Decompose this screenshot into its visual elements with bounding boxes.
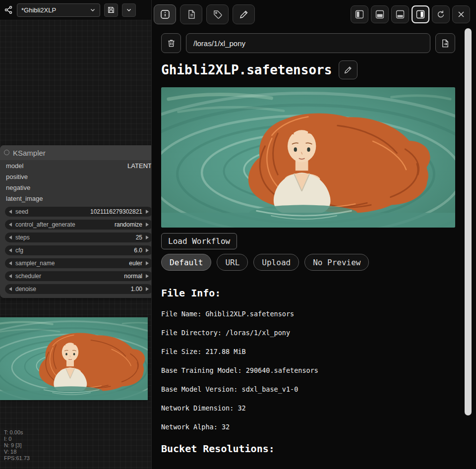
increment-arrow-icon[interactable] xyxy=(146,261,149,265)
comfyui-topbar: *Ghibli2XLP xyxy=(0,0,151,20)
pencil-icon xyxy=(344,65,353,74)
widget-seed[interactable]: seed 1021116279302821 xyxy=(5,207,151,217)
share-icon[interactable] xyxy=(4,5,13,14)
stat-line: N: 9 [3] xyxy=(4,442,30,449)
chevron-down-icon xyxy=(90,7,96,13)
bucket-resolutions-heading: Bucket Resolutions: xyxy=(161,443,455,455)
widget-label: steps xyxy=(15,234,30,241)
file-export-icon xyxy=(441,39,450,48)
tab-info[interactable] xyxy=(154,4,176,24)
refresh-button[interactable] xyxy=(432,5,450,23)
move-model-button[interactable] xyxy=(435,33,455,53)
increment-arrow-icon[interactable] xyxy=(146,248,149,252)
decrement-arrow-icon[interactable] xyxy=(9,210,12,214)
ksampler-node[interactable]: KSampler model LATENT positive negative … xyxy=(0,145,151,298)
scrollbar-track[interactable] xyxy=(461,25,476,469)
preview-source-default-button[interactable]: Default xyxy=(161,254,211,271)
chevron-down-icon xyxy=(126,7,132,13)
model-preview-image xyxy=(161,87,455,228)
scrollbar-thumb[interactable] xyxy=(465,28,472,415)
widget-value: 1021116279302821 xyxy=(90,208,142,215)
preview-source-url-button[interactable]: URL xyxy=(217,254,248,271)
pencil-icon xyxy=(239,9,249,19)
file-info-line: Base Model Version: sdxl_base_v1-0 xyxy=(161,385,455,393)
preview-source-row: Default URL Upload No Preview xyxy=(161,254,455,271)
load-workflow-button[interactable]: Load Workflow xyxy=(161,233,237,249)
widget-value: euler xyxy=(129,260,142,267)
close-button[interactable] xyxy=(452,5,470,23)
increment-arrow-icon[interactable] xyxy=(146,287,149,291)
widget-value: 1.00 xyxy=(131,286,142,293)
node-title-bar[interactable]: KSampler xyxy=(0,145,151,160)
layout-bottom-button[interactable] xyxy=(371,5,389,23)
close-icon xyxy=(457,10,466,19)
preview-image-node[interactable] xyxy=(0,317,148,400)
dock-bottom-icon xyxy=(375,10,384,19)
model-path-row xyxy=(161,33,455,53)
tab-tags[interactable] xyxy=(206,4,229,24)
tab-edit[interactable] xyxy=(233,4,255,24)
save-icon xyxy=(107,6,115,14)
info-icon xyxy=(160,9,170,19)
widget-sampler-name[interactable]: sampler_name euler xyxy=(5,258,151,268)
layout-left-button[interactable] xyxy=(351,5,368,23)
save-workflow-button[interactable] xyxy=(104,3,118,17)
layout-bottom-small-button[interactable] xyxy=(391,5,409,23)
widget-label: control_after_generate xyxy=(15,221,75,228)
dock-left-icon xyxy=(355,10,364,19)
file-info-line: File Name: Ghibli2XLP.safetensors xyxy=(161,310,455,318)
widget-label: scheduler xyxy=(15,273,41,280)
widget-label: sampler_name xyxy=(15,260,55,267)
widget-value: 6.0 xyxy=(134,247,142,254)
preview-source-no-preview-button[interactable]: No Preview xyxy=(304,254,369,271)
model-title-row: Ghibli2XLP.safetensors xyxy=(161,60,455,79)
increment-arrow-icon[interactable] xyxy=(146,235,149,239)
preview-source-upload-button[interactable]: Upload xyxy=(253,254,299,271)
canvas-stats: T: 0.00s I: 0 N: 9 [3] V: 18 FPS:61.73 xyxy=(4,429,30,462)
dock-right-icon xyxy=(416,10,425,19)
widget-label: seed xyxy=(15,208,28,215)
widget-value: 25 xyxy=(136,234,142,241)
decrement-arrow-icon[interactable] xyxy=(9,287,12,291)
workflow-select[interactable]: *Ghibli2XLP xyxy=(17,3,100,17)
increment-arrow-icon[interactable] xyxy=(146,223,149,227)
widget-scheduler[interactable]: scheduler normal xyxy=(5,271,151,281)
decrement-arrow-icon[interactable] xyxy=(9,223,12,227)
node-preview-image xyxy=(0,317,148,400)
file-info-heading: File Info: xyxy=(161,287,455,299)
decrement-arrow-icon[interactable] xyxy=(9,274,12,278)
file-info-line: File Size: 217.88 MiB xyxy=(161,348,455,355)
model-path-input[interactable] xyxy=(186,33,430,53)
widget-steps[interactable]: steps 25 xyxy=(5,233,151,242)
decrement-arrow-icon[interactable] xyxy=(9,248,12,252)
panel-toolbar xyxy=(152,0,476,25)
file-info-line: Network Alpha: 32 xyxy=(161,423,455,431)
node-title: KSampler xyxy=(13,149,46,157)
rename-model-button[interactable] xyxy=(339,60,357,79)
workflow-name: *Ghibli2XLP xyxy=(21,6,56,14)
trash-icon xyxy=(167,39,176,48)
increment-arrow-icon[interactable] xyxy=(146,274,149,278)
delete-model-button[interactable] xyxy=(161,33,181,53)
widget-control-after-generate[interactable]: control_after_generate randomize xyxy=(5,220,151,230)
node-widgets: seed 1021116279302821 control_after_gene… xyxy=(0,204,151,298)
tab-notes[interactable] xyxy=(180,4,202,24)
collapse-dot-icon[interactable] xyxy=(4,150,9,155)
widget-cfg[interactable]: cfg 6.0 xyxy=(5,245,151,255)
node-input-row: positive xyxy=(0,171,151,182)
node-input-row: model LATENT xyxy=(0,160,151,171)
increment-arrow-icon[interactable] xyxy=(146,210,149,214)
dock-bottom-bar-icon xyxy=(396,10,405,19)
decrement-arrow-icon[interactable] xyxy=(9,235,12,239)
decrement-arrow-icon[interactable] xyxy=(9,261,12,265)
model-preview xyxy=(161,87,455,228)
layout-right-button[interactable] xyxy=(412,5,429,23)
document-icon xyxy=(186,9,196,19)
stat-line: V: 18 xyxy=(4,449,30,455)
widget-denoise[interactable]: denoise 1.00 xyxy=(5,284,151,294)
stat-line: FPS:61.73 xyxy=(4,455,30,462)
panel-content: Ghibli2XLP.safetensors Load Workflow Def… xyxy=(152,33,476,455)
widget-value: normal xyxy=(124,273,142,280)
input-label-positive: positive xyxy=(6,173,28,180)
save-options-button[interactable] xyxy=(122,3,136,17)
